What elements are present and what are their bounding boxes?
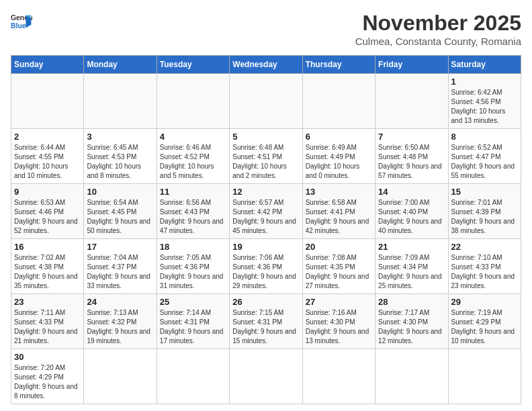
- col-tuesday: Tuesday: [157, 56, 229, 74]
- col-sunday: Sunday: [11, 56, 84, 74]
- calendar-cell: 9Sunrise: 6:53 AM Sunset: 4:46 PM Daylig…: [11, 184, 84, 239]
- week-row-3: 16Sunrise: 7:02 AM Sunset: 4:38 PM Dayli…: [11, 239, 521, 294]
- day-number: 9: [14, 187, 81, 197]
- day-number: 10: [87, 187, 153, 197]
- calendar-cell: 4Sunrise: 6:46 AM Sunset: 4:52 PM Daylig…: [157, 129, 229, 184]
- calendar-cell: 1Sunrise: 6:42 AM Sunset: 4:56 PM Daylig…: [448, 74, 521, 129]
- calendar-header: Sunday Monday Tuesday Wednesday Thursday…: [11, 56, 521, 74]
- calendar-cell: 17Sunrise: 7:04 AM Sunset: 4:37 PM Dayli…: [84, 239, 157, 294]
- calendar-cell: 24Sunrise: 7:13 AM Sunset: 4:32 PM Dayli…: [84, 294, 157, 349]
- calendar-cell: 20Sunrise: 7:08 AM Sunset: 4:35 PM Dayli…: [302, 239, 375, 294]
- calendar-cell: 2Sunrise: 6:44 AM Sunset: 4:55 PM Daylig…: [11, 129, 84, 184]
- day-number: 23: [14, 297, 81, 307]
- calendar-cell: [157, 74, 229, 129]
- calendar-cell: [230, 74, 302, 129]
- calendar-cell: [448, 349, 521, 404]
- calendar-cell: 25Sunrise: 7:14 AM Sunset: 4:31 PM Dayli…: [157, 294, 229, 349]
- calendar-cell: 18Sunrise: 7:05 AM Sunset: 4:36 PM Dayli…: [157, 239, 229, 294]
- calendar-cell: 27Sunrise: 7:16 AM Sunset: 4:30 PM Dayli…: [302, 294, 375, 349]
- day-info: Sunrise: 6:57 AM Sunset: 4:42 PM Dayligh…: [232, 198, 299, 236]
- day-number: 30: [14, 352, 81, 362]
- day-info: Sunrise: 7:17 AM Sunset: 4:30 PM Dayligh…: [378, 308, 445, 346]
- day-info: Sunrise: 7:15 AM Sunset: 4:31 PM Dayligh…: [232, 308, 299, 346]
- day-info: Sunrise: 7:01 AM Sunset: 4:39 PM Dayligh…: [451, 198, 518, 236]
- day-number: 7: [378, 132, 445, 142]
- day-number: 24: [87, 297, 153, 307]
- day-number: 25: [160, 297, 226, 307]
- day-number: 11: [160, 187, 226, 197]
- day-info: Sunrise: 6:48 AM Sunset: 4:51 PM Dayligh…: [232, 143, 299, 181]
- calendar-cell: 19Sunrise: 7:06 AM Sunset: 4:36 PM Dayli…: [230, 239, 302, 294]
- day-info: Sunrise: 6:56 AM Sunset: 4:43 PM Dayligh…: [160, 198, 226, 236]
- calendar-cell: 30Sunrise: 7:20 AM Sunset: 4:29 PM Dayli…: [11, 349, 84, 404]
- day-info: Sunrise: 6:50 AM Sunset: 4:48 PM Dayligh…: [378, 143, 445, 181]
- day-number: 17: [87, 242, 153, 252]
- day-info: Sunrise: 7:16 AM Sunset: 4:30 PM Dayligh…: [306, 308, 372, 346]
- calendar-cell: 6Sunrise: 6:49 AM Sunset: 4:49 PM Daylig…: [302, 129, 375, 184]
- day-info: Sunrise: 6:45 AM Sunset: 4:53 PM Dayligh…: [87, 143, 153, 181]
- day-info: Sunrise: 6:49 AM Sunset: 4:49 PM Dayligh…: [306, 143, 372, 181]
- day-info: Sunrise: 7:13 AM Sunset: 4:32 PM Dayligh…: [87, 308, 153, 346]
- day-info: Sunrise: 7:00 AM Sunset: 4:40 PM Dayligh…: [378, 198, 445, 236]
- day-number: 21: [378, 242, 445, 252]
- day-info: Sunrise: 7:02 AM Sunset: 4:38 PM Dayligh…: [14, 253, 81, 291]
- day-number: 2: [14, 132, 81, 142]
- calendar-cell: [375, 349, 448, 404]
- calendar-cell: 15Sunrise: 7:01 AM Sunset: 4:39 PM Dayli…: [448, 184, 521, 239]
- calendar-cell: [230, 349, 302, 404]
- calendar-cell: 28Sunrise: 7:17 AM Sunset: 4:30 PM Dayli…: [375, 294, 448, 349]
- calendar-cell: 29Sunrise: 7:19 AM Sunset: 4:29 PM Dayli…: [448, 294, 521, 349]
- logo: General Blue: [11, 11, 32, 32]
- day-number: 22: [451, 242, 518, 252]
- week-row-5: 30Sunrise: 7:20 AM Sunset: 4:29 PM Dayli…: [11, 349, 521, 404]
- calendar-cell: 21Sunrise: 7:09 AM Sunset: 4:34 PM Dayli…: [375, 239, 448, 294]
- col-monday: Monday: [84, 56, 157, 74]
- calendar-cell: [375, 74, 448, 129]
- day-number: 19: [232, 242, 299, 252]
- day-number: 3: [87, 132, 153, 142]
- day-info: Sunrise: 7:08 AM Sunset: 4:35 PM Dayligh…: [306, 253, 372, 291]
- day-number: 28: [378, 297, 445, 307]
- calendar-cell: [11, 74, 84, 129]
- day-info: Sunrise: 7:14 AM Sunset: 4:31 PM Dayligh…: [160, 308, 226, 346]
- day-number: 12: [232, 187, 299, 197]
- day-number: 15: [451, 187, 518, 197]
- day-number: 29: [451, 297, 518, 307]
- day-info: Sunrise: 6:52 AM Sunset: 4:47 PM Dayligh…: [451, 143, 518, 181]
- calendar-cell: [157, 349, 229, 404]
- day-number: 27: [306, 297, 372, 307]
- day-number: 13: [306, 187, 372, 197]
- day-info: Sunrise: 7:11 AM Sunset: 4:33 PM Dayligh…: [14, 308, 81, 346]
- day-number: 5: [232, 132, 299, 142]
- day-number: 6: [306, 132, 372, 142]
- day-info: Sunrise: 6:53 AM Sunset: 4:46 PM Dayligh…: [14, 198, 81, 236]
- calendar-cell: 14Sunrise: 7:00 AM Sunset: 4:40 PM Dayli…: [375, 184, 448, 239]
- day-info: Sunrise: 7:20 AM Sunset: 4:29 PM Dayligh…: [14, 363, 81, 401]
- day-number: 18: [160, 242, 226, 252]
- calendar-cell: [84, 74, 157, 129]
- day-info: Sunrise: 6:44 AM Sunset: 4:55 PM Dayligh…: [14, 143, 81, 181]
- svg-text:Blue: Blue: [11, 22, 26, 30]
- calendar-cell: 16Sunrise: 7:02 AM Sunset: 4:38 PM Dayli…: [11, 239, 84, 294]
- week-row-4: 23Sunrise: 7:11 AM Sunset: 4:33 PM Dayli…: [11, 294, 521, 349]
- title-area: November 2025 Culmea, Constanta County, …: [355, 11, 521, 47]
- day-info: Sunrise: 7:09 AM Sunset: 4:34 PM Dayligh…: [378, 253, 445, 291]
- day-number: 1: [451, 77, 518, 87]
- day-info: Sunrise: 7:05 AM Sunset: 4:36 PM Dayligh…: [160, 253, 226, 291]
- calendar-cell: [84, 349, 157, 404]
- logo-icon: General Blue: [11, 11, 32, 32]
- calendar-cell: [302, 349, 375, 404]
- header: General Blue November 2025 Culmea, Const…: [11, 11, 521, 47]
- calendar-cell: 8Sunrise: 6:52 AM Sunset: 4:47 PM Daylig…: [448, 129, 521, 184]
- day-info: Sunrise: 7:10 AM Sunset: 4:33 PM Dayligh…: [451, 253, 518, 291]
- day-number: 14: [378, 187, 445, 197]
- calendar-cell: 5Sunrise: 6:48 AM Sunset: 4:51 PM Daylig…: [230, 129, 302, 184]
- day-number: 16: [14, 242, 81, 252]
- day-number: 4: [160, 132, 226, 142]
- week-row-0: 1Sunrise: 6:42 AM Sunset: 4:56 PM Daylig…: [11, 74, 521, 129]
- day-info: Sunrise: 7:06 AM Sunset: 4:36 PM Dayligh…: [232, 253, 299, 291]
- day-number: 8: [451, 132, 518, 142]
- header-row: Sunday Monday Tuesday Wednesday Thursday…: [11, 56, 521, 74]
- day-info: Sunrise: 6:42 AM Sunset: 4:56 PM Dayligh…: [451, 88, 518, 126]
- col-thursday: Thursday: [302, 56, 375, 74]
